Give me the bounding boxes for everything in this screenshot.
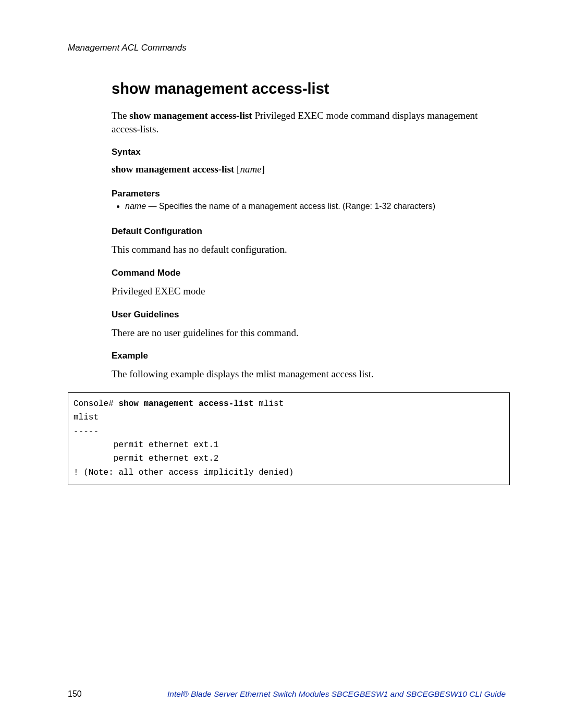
param-sep: — bbox=[146, 202, 159, 211]
code-line-2: mlist bbox=[74, 413, 99, 422]
intro-prefix: The bbox=[112, 110, 129, 121]
example-heading: Example bbox=[112, 351, 506, 361]
code-line-1c: mlist bbox=[254, 399, 284, 409]
page-number: 150 bbox=[68, 689, 82, 699]
command-title: show management access-list bbox=[112, 80, 506, 97]
code-line-3: ----- bbox=[74, 427, 99, 436]
user-guidelines-heading: User Guidelines bbox=[112, 310, 506, 320]
code-line-5: permit ethernet ext.2 bbox=[74, 454, 218, 463]
code-line-1a: Console# bbox=[74, 399, 118, 409]
default-config-body: This command has no default configuratio… bbox=[112, 243, 506, 256]
default-config-heading: Default Configuration bbox=[112, 226, 506, 237]
param-desc: Specifies the name of a management acces… bbox=[159, 202, 435, 211]
syntax-bracket-close: ] bbox=[262, 164, 265, 175]
code-line-6: ! (Note: all other access implicitly den… bbox=[74, 468, 293, 477]
footer: 150 Intel® Blade Server Ethernet Switch … bbox=[68, 689, 506, 699]
running-header: Management ACL Commands bbox=[68, 43, 506, 53]
example-body: The following example displays the mlist… bbox=[112, 367, 506, 381]
code-line-1b: show management access-list bbox=[118, 399, 253, 409]
user-guidelines-body: There are no user guidelines for this co… bbox=[112, 326, 506, 340]
parameter-item: name — Specifies the name of a managemen… bbox=[125, 200, 506, 213]
code-line-4: permit ethernet ext.1 bbox=[74, 440, 218, 450]
command-mode-body: Privileged EXEC mode bbox=[112, 285, 506, 298]
syntax-line: show management access-list [name] bbox=[112, 164, 506, 175]
footer-title: Intel® Blade Server Ethernet Switch Modu… bbox=[167, 689, 506, 699]
intro-bold: show management access-list bbox=[129, 110, 252, 121]
example-code-block: Console# show management access-list mli… bbox=[68, 392, 510, 485]
syntax-cmd: show management access-list bbox=[112, 164, 234, 175]
content-block: show management access-list The show man… bbox=[112, 80, 506, 485]
intro-paragraph: The show management access-list Privileg… bbox=[112, 109, 506, 135]
page: Management ACL Commands show management … bbox=[0, 0, 563, 728]
syntax-heading: Syntax bbox=[112, 147, 506, 157]
syntax-arg: name bbox=[240, 164, 261, 175]
command-mode-heading: Command Mode bbox=[112, 268, 506, 278]
param-name: name bbox=[125, 202, 146, 211]
parameters-list: name — Specifies the name of a managemen… bbox=[112, 200, 506, 213]
syntax-bracket-open: [ bbox=[234, 164, 240, 175]
parameters-heading: Parameters bbox=[112, 189, 506, 199]
